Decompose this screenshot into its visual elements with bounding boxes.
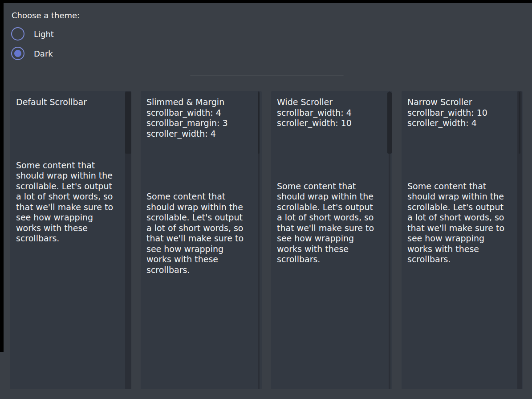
scrollbar-thumb[interactable]: [519, 92, 520, 154]
radio-light-button[interactable]: [11, 27, 24, 41]
panel-content-text: Some content that should wrap within the…: [16, 160, 118, 244]
panel-param: scrollbar_width: 4: [146, 108, 249, 118]
panel-wide-scroller[interactable]: Wide Scroller scrollbar_width: 4 scrolle…: [271, 91, 392, 389]
panel-param: scrollbar_width: 4: [277, 108, 379, 118]
panel-default-scrollbar[interactable]: Default Scrollbar Some content that shou…: [10, 91, 131, 389]
radio-option-dark[interactable]: Dark: [11, 47, 53, 60]
panel-title: Narrow Scroller: [407, 97, 510, 108]
panel-title: Default Scrollbar: [16, 97, 118, 108]
radio-dark-button[interactable]: [11, 47, 24, 60]
window-frame-top-edge: [0, 0, 532, 3]
theme-chooser-prompt: Choose a theme:: [12, 10, 80, 21]
window-frame-left-edge: [0, 0, 4, 352]
panel-content-text: Some content that should wrap within the…: [407, 181, 510, 265]
panel-param: scroller_width: 4: [407, 118, 510, 129]
panel-param: scrollbar_width: 10: [407, 108, 510, 118]
scrollbar-thumb[interactable]: [125, 92, 131, 154]
radio-dark-label: Dark: [34, 49, 53, 58]
panel-narrow-scroller[interactable]: Narrow Scroller scrollbar_width: 10 scro…: [402, 91, 523, 389]
horizontal-divider: [190, 75, 344, 76]
panel-param: scrollbar_margin: 3: [146, 118, 249, 129]
scrollbar-demo-panels: Default Scrollbar Some content that shou…: [10, 91, 523, 389]
panel-title: Slimmed & Margin: [146, 97, 249, 108]
panel-content-text: Some content that should wrap within the…: [277, 181, 379, 265]
panel-param: scroller_width: 4: [146, 129, 249, 139]
scrollbar-thumb[interactable]: [258, 92, 260, 154]
radio-light-label: Light: [34, 29, 54, 39]
panel-content-text: Some content that should wrap within the…: [146, 191, 249, 275]
panel-param: scroller_width: 10: [277, 118, 379, 129]
panel-title: Wide Scroller: [277, 97, 379, 108]
panel-slimmed-margin[interactable]: Slimmed & Margin scrollbar_width: 4 scro…: [141, 91, 262, 389]
scrollbar-thumb[interactable]: [387, 92, 392, 154]
radio-option-light[interactable]: Light: [11, 27, 54, 41]
radio-selected-dot: [14, 50, 21, 57]
